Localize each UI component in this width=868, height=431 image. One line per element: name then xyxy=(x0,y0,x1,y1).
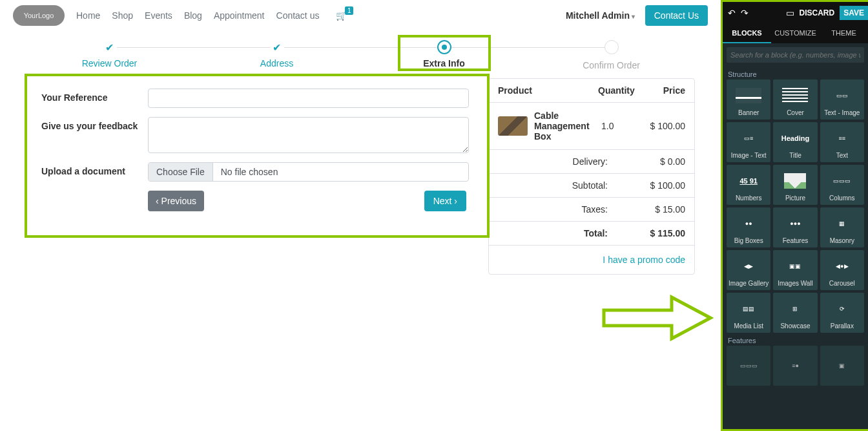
checkout-steps: ✔ Review Order ✔ Address Extra Info Conf… xyxy=(26,40,695,70)
undo-icon[interactable]: ↶ xyxy=(728,8,736,18)
nav-contact-us[interactable]: Contact us xyxy=(276,10,320,21)
website-editor-panel: ↶ ↷ ▭ DISCARD SAVE BLOCKS CUSTOMIZE THEM… xyxy=(721,0,868,431)
nav-blog[interactable]: Blog xyxy=(184,10,202,21)
subtotal-value: $ 100.00 xyxy=(634,180,685,191)
upload-label: Upload a document xyxy=(41,162,148,176)
previous-button[interactable]: ‹ Previous xyxy=(148,191,204,211)
site-logo[interactable]: YourLogo xyxy=(13,5,65,26)
block-image-gallery[interactable]: ◀▶Image Gallery xyxy=(727,250,770,290)
next-button[interactable]: Next › xyxy=(424,191,466,211)
check-icon: ✔ xyxy=(270,40,284,54)
block-feature-2[interactable]: ≡● xyxy=(773,346,817,386)
discard-button[interactable]: DISCARD xyxy=(800,8,835,17)
section-structure-label: Structure xyxy=(723,67,868,79)
step-extra-info[interactable]: Extra Info xyxy=(360,40,528,70)
product-name: Cable Management Box xyxy=(534,110,601,142)
block-banner[interactable]: Banner xyxy=(727,79,770,120)
product-qty: 1.0 xyxy=(601,121,640,131)
product-thumbnail xyxy=(498,116,528,136)
arrow-annotation-icon xyxy=(601,292,714,344)
redo-icon[interactable]: ↷ xyxy=(741,8,749,18)
block-parallax[interactable]: ⟳Parallax xyxy=(820,293,864,333)
block-text-image[interactable]: ▭▭Text - Image xyxy=(820,79,864,120)
chevron-right-icon: › xyxy=(454,196,457,206)
cart-count-badge: 1 xyxy=(345,6,354,15)
feedback-textarea[interactable] xyxy=(148,117,469,153)
block-feature-1[interactable]: ▭▭▭ xyxy=(727,346,770,386)
total-value: $ 115.00 xyxy=(634,228,685,238)
col-quantity: Quantity xyxy=(598,85,640,96)
mobile-preview-icon[interactable]: ▭ xyxy=(786,8,794,18)
choose-file-button[interactable]: Choose File xyxy=(149,163,213,181)
col-price: Price xyxy=(640,85,685,96)
feedback-label: Give us your feedback xyxy=(41,117,148,131)
save-button[interactable]: SAVE xyxy=(840,6,868,20)
nav-appointment[interactable]: Appointment xyxy=(214,10,265,21)
file-name-text: No file chosen xyxy=(213,163,286,181)
block-text[interactable]: ≡≡Text xyxy=(820,122,864,162)
block-picture[interactable]: Picture xyxy=(773,165,817,205)
taxes-value: $ 15.00 xyxy=(634,204,685,215)
nav-shop[interactable]: Shop xyxy=(112,10,133,21)
block-columns[interactable]: ▭▭▭Columns xyxy=(820,165,864,205)
block-feature-3[interactable]: ▣ xyxy=(820,346,864,386)
order-summary: Product Quantity Price Cable Management … xyxy=(488,78,695,275)
cart-button[interactable]: 🛒 1 xyxy=(336,10,347,21)
block-cover[interactable]: Cover xyxy=(773,79,817,120)
block-media-list[interactable]: ▤▤Media List xyxy=(727,293,770,333)
nav-home[interactable]: Home xyxy=(76,10,100,21)
block-search-input[interactable] xyxy=(727,47,864,63)
radio-current-icon xyxy=(437,40,451,54)
step-address[interactable]: ✔ Address xyxy=(193,40,360,70)
reference-label: Your Reference xyxy=(41,89,148,103)
tab-theme[interactable]: THEME xyxy=(820,24,868,43)
step-review-order[interactable]: ✔ Review Order xyxy=(26,40,193,70)
block-features[interactable]: ●●●Features xyxy=(773,207,817,247)
nav-events[interactable]: Events xyxy=(145,10,172,21)
extra-info-form: Your Reference Give us your feedback Upl… xyxy=(26,77,475,275)
block-carousel[interactable]: ◀●▶Carousel xyxy=(820,250,864,290)
delivery-label: Delivery: xyxy=(498,156,634,167)
taxes-label: Taxes: xyxy=(498,204,634,215)
subtotal-label: Subtotal: xyxy=(498,180,634,191)
delivery-value: $ 0.00 xyxy=(634,156,685,167)
chevron-left-icon: ‹ xyxy=(156,196,159,206)
block-numbers[interactable]: 45 91Numbers xyxy=(727,165,770,205)
product-price: $ 100.00 xyxy=(640,121,685,131)
radio-empty-icon xyxy=(604,40,619,54)
block-showcase[interactable]: ⊞Showcase xyxy=(773,293,817,333)
summary-item-row: Cable Management Box 1.0 $ 100.00 xyxy=(489,103,694,150)
col-product: Product xyxy=(498,85,598,96)
block-image-text[interactable]: ▭≡Image - Text xyxy=(727,122,770,162)
promo-code-link[interactable]: I have a promo code xyxy=(603,255,685,265)
tab-customize[interactable]: CUSTOMIZE xyxy=(771,24,820,43)
reference-input[interactable] xyxy=(148,89,469,108)
step-confirm-order: Confirm Order xyxy=(528,40,695,70)
block-masonry[interactable]: ▦Masonry xyxy=(820,207,864,247)
check-icon: ✔ xyxy=(103,40,117,54)
block-big-boxes[interactable]: ●●Big Boxes xyxy=(727,207,770,247)
user-menu[interactable]: Mitchell Admin xyxy=(566,10,635,21)
block-title[interactable]: HeadingTitle xyxy=(773,122,817,162)
section-features-label: Features xyxy=(723,333,868,346)
total-label: Total: xyxy=(498,228,634,238)
contact-us-button[interactable]: Contact Us xyxy=(645,5,708,26)
block-images-wall[interactable]: ▣▣Images Wall xyxy=(773,250,817,290)
tab-blocks[interactable]: BLOCKS xyxy=(723,24,771,43)
